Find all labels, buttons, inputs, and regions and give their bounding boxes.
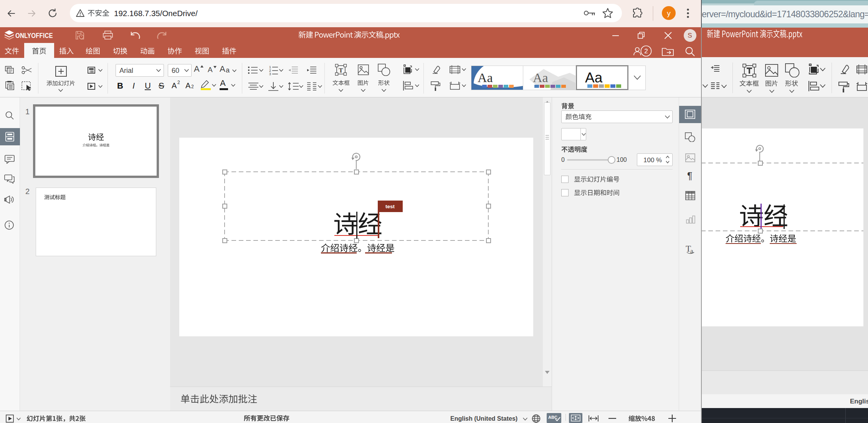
svg-text:ABC: ABC xyxy=(548,415,557,420)
svg-text:Aa: Aa xyxy=(585,70,603,86)
svg-text:Aa: Aa xyxy=(533,71,548,85)
svg-text:T: T xyxy=(339,67,343,74)
svg-text:Aa: Aa xyxy=(478,71,493,85)
svg-text:3: 3 xyxy=(269,72,271,75)
svg-text:2: 2 xyxy=(644,48,648,55)
